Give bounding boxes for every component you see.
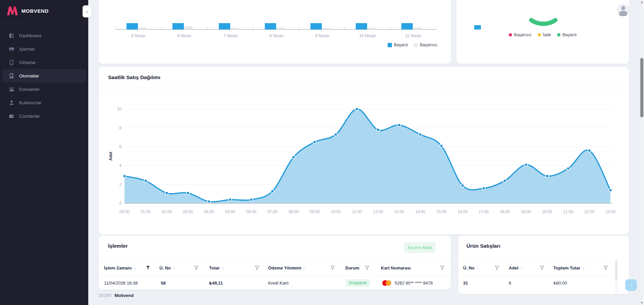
svg-text:13:00: 13:00 (394, 209, 404, 214)
axis-tick (436, 27, 437, 29)
axis-tick (253, 27, 253, 29)
scrollbar-down-arrow[interactable]: ▼ (640, 301, 643, 304)
bar-basarili (219, 23, 230, 29)
urun-satislari-card: Ürün Satışları Ü. No↑↓Adet↑↓Toplam Tutar… (458, 236, 629, 294)
footer-brand: Mobvend (114, 293, 134, 298)
table-row[interactable]: 316₺60,00 (458, 277, 629, 290)
user-avatar[interactable] (617, 4, 630, 16)
svg-text:05:00: 05:00 (225, 209, 235, 214)
scrollbar-up-arrow[interactable]: ▲ (640, 1, 643, 4)
sidebar-item-label: Cüzdanlar (19, 114, 40, 119)
sidebar-item-cüzdanlar[interactable]: Cüzdanlar (2, 109, 86, 123)
sort-icon[interactable]: ↑↓ (133, 266, 136, 270)
column-header-5[interactable]: Durum (345, 259, 359, 277)
legend-label: Başarılı (394, 43, 408, 47)
cell-islem-zamani: 11/04/2026 16:38 (104, 277, 138, 290)
filter-icon[interactable] (255, 265, 259, 270)
brand-logo[interactable]: MOBVEND (6, 4, 49, 17)
svg-text:14:00: 14:00 (415, 209, 425, 214)
bar-basarisiz (323, 28, 331, 29)
sort-icon[interactable]: ↑↓ (221, 266, 224, 270)
column-header-2[interactable]: Ü. No↑↓ (159, 259, 175, 277)
sidebar-item-domainler[interactable]: Domainler (2, 82, 86, 96)
filter-icon[interactable] (365, 265, 369, 270)
svg-text:20:00: 20:00 (542, 209, 552, 214)
scroll-to-top-button[interactable]: ↑ (625, 279, 637, 291)
hourly-sales-title: Saatlik Satış Dağılımı (108, 74, 160, 80)
svg-text:21:00: 21:00 (563, 209, 573, 214)
filter-icon[interactable] (194, 265, 199, 270)
legend-item[interactable]: İade (538, 33, 551, 37)
sidebar-nav: DashboardİşlemlerCihazlarOtomatlarDomain… (0, 29, 88, 123)
cell-adet: 6 (509, 277, 511, 290)
x-axis-label: 11 Nisan (398, 34, 428, 38)
x-axis-label: 6 Nisan (169, 34, 199, 38)
legend-item[interactable]: Başarılı (388, 43, 408, 47)
svg-text:12:00: 12:00 (373, 209, 383, 214)
legend-item[interactable]: Başarısız (413, 43, 437, 47)
svg-text:6: 6 (119, 144, 121, 149)
urun-title: Ürün Satışları (466, 243, 500, 249)
column-header-6[interactable]: Kart Numarası (381, 259, 411, 277)
bar-basarili (401, 23, 413, 29)
svg-text:16:00: 16:00 (457, 209, 467, 214)
svg-text:02:00: 02:00 (162, 209, 172, 214)
sort-icon[interactable]: ↑↓ (172, 266, 175, 270)
sidebar-collapse-button[interactable]: « (83, 5, 91, 17)
filter-icon[interactable] (440, 265, 445, 270)
legend-item[interactable]: Başarılı (557, 33, 577, 37)
y-axis-title: Adet (108, 152, 113, 161)
sidebar-item-i̇şlemler[interactable]: İşlemler (2, 42, 86, 56)
sidebar-item-kullanıcılar[interactable]: Kullanıcılar (2, 96, 86, 109)
mastercard-icon (382, 280, 392, 286)
bar-basarisiz (277, 27, 285, 29)
column-header-3[interactable]: Tutar↑↓ (209, 259, 224, 277)
svg-text:0: 0 (119, 201, 121, 206)
devices-icon (9, 60, 14, 65)
svg-text:08:00: 08:00 (289, 209, 299, 214)
sidebar-item-label: Dashboard (19, 33, 41, 38)
svg-text:10: 10 (117, 107, 122, 111)
sidebar-item-dashboard[interactable]: Dashboard (2, 29, 86, 42)
column-header-3[interactable]: Toplam Tutar↑↓ (553, 259, 585, 277)
scrollbar-thumb[interactable] (640, 58, 643, 117)
cell-kart-numarasi: 5262 90** **** 9478 (395, 277, 433, 290)
svg-text:06:00: 06:00 (246, 209, 256, 214)
filter-icon[interactable] (495, 265, 499, 270)
sidebar: MOBVEND DashboardİşlemlerCihazlarOtomatl… (0, 0, 88, 305)
filter-icon[interactable] (603, 265, 608, 270)
column-header-1[interactable]: İşlem Zamanı↑↓ (104, 259, 136, 277)
filter-icon[interactable] (146, 265, 150, 270)
sidebar-item-label: Otomatlar (19, 73, 39, 78)
sort-icon[interactable]: ↑↓ (476, 266, 479, 270)
legend-label: Başarısız (420, 43, 437, 47)
axis-tick (207, 27, 207, 29)
axis-tick (345, 27, 345, 29)
column-label: Ü. No (159, 265, 171, 270)
islemler-card: İşlemler Excel'e Aktar İşlem Zamanı↑↓Ü. … (99, 236, 451, 290)
export-excel-button[interactable]: Excel'e Aktar (404, 242, 436, 253)
svg-text:4: 4 (119, 163, 121, 168)
filter-icon[interactable] (540, 265, 544, 270)
sidebar-item-cihazlar[interactable]: Cihazlar (2, 56, 86, 69)
user-icon (621, 6, 625, 10)
sidebar-item-otomatlar[interactable]: Otomatlar (2, 69, 86, 82)
column-header-1[interactable]: Ü. No↑↓ (463, 259, 479, 277)
column-label: Adet (509, 265, 518, 270)
x-axis-label: 8 Nisan (261, 34, 292, 38)
sidebar-item-label: Cihazlar (19, 60, 36, 65)
sort-icon[interactable]: ↑↓ (520, 266, 523, 270)
sort-icon[interactable]: ↑↓ (582, 266, 585, 270)
sort-icon[interactable]: ↑↓ (303, 266, 306, 270)
column-label: Tutar (209, 265, 220, 270)
legend-swatch (557, 33, 560, 37)
status-chart-legend: BaşarısızİadeBaşarılı (456, 33, 629, 37)
bar-basarili (265, 23, 276, 29)
table-scrollbar[interactable] (615, 260, 617, 293)
svg-text:19:00: 19:00 (521, 209, 531, 214)
table-row[interactable]: 11/04/2026 16:3858₺49,11Kredi KartıOnayl… (99, 277, 451, 290)
legend-item[interactable]: Başarısız (509, 33, 532, 37)
column-header-2[interactable]: Adet↑↓ (509, 259, 523, 277)
column-header-4[interactable]: Ödeme Yöntemi↑↓ (268, 259, 306, 277)
filter-icon[interactable] (330, 265, 335, 270)
